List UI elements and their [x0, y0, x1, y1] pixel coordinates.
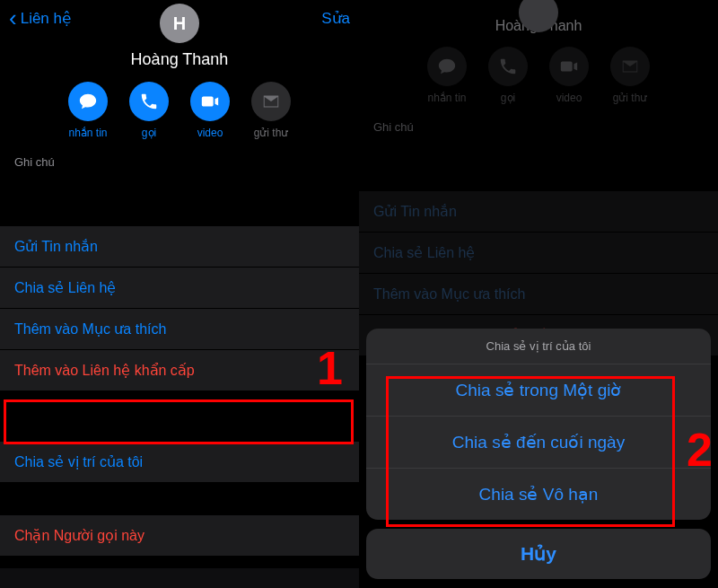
sheet-option-indefinitely[interactable]: Chia sẻ Vô hạn: [366, 469, 711, 520]
row-share-location[interactable]: Chia sẻ vị trí của tôi: [0, 442, 359, 483]
action-sheet: Chia sẻ vị trí của tôi Chia sẻ trong Một…: [366, 329, 711, 579]
sheet-title: Chia sẻ vị trí của tôi: [366, 329, 711, 364]
annotation-marker-2: 2: [687, 423, 713, 477]
edit-button[interactable]: Sửa: [321, 9, 350, 28]
message-action[interactable]: nhắn tin: [68, 82, 108, 139]
back-label: Liên hệ: [21, 9, 71, 28]
avatar-initial: H: [173, 13, 186, 34]
notes-header: Ghi chú: [0, 139, 359, 174]
mail-icon: [251, 82, 291, 121]
mail-action: gửi thư: [251, 82, 291, 139]
message-label: nhắn tin: [68, 127, 107, 139]
sheet-option-end-of-day[interactable]: Chia sẻ đến cuối ngày: [366, 417, 711, 469]
row-add-favorite[interactable]: Thêm vào Mục ưa thích: [0, 309, 359, 350]
sheet-option-one-hour[interactable]: Chia sẻ trong Một giờ: [366, 364, 711, 417]
row-add-emergency[interactable]: Thêm vào Liên hệ khẩn cấp: [0, 350, 359, 391]
chevron-left-icon: ‹: [9, 6, 17, 30]
back-button[interactable]: ‹ Liên hệ: [9, 6, 71, 30]
annotation-marker-1: 1: [317, 341, 343, 395]
screenshot-step-1: ‹ Liên hệ Sửa H Hoàng Thanh nhắn tin gọi: [0, 0, 359, 588]
section-gap: [0, 483, 359, 515]
video-label: video: [197, 127, 223, 139]
video-icon: [190, 82, 230, 121]
row-block-caller[interactable]: Chặn Người gọi này: [0, 515, 359, 557]
action-row: nhắn tin gọi video gửi thư: [0, 82, 359, 139]
tab-bar: [0, 568, 359, 588]
contact-name: Hoàng Thanh: [0, 50, 359, 69]
video-action[interactable]: video: [190, 82, 230, 139]
message-icon: [68, 82, 108, 121]
phone-icon: [129, 82, 169, 121]
section-gap: [0, 391, 359, 442]
notes-body[interactable]: [0, 174, 359, 226]
row-share-contact[interactable]: Chia sẻ Liên hệ: [0, 268, 359, 309]
call-action[interactable]: gọi: [129, 82, 169, 139]
call-label: gọi: [142, 127, 156, 139]
mail-label: gửi thư: [254, 127, 289, 139]
screenshot-step-2: Hoàng Thanh nhắn tin gọi video: [359, 0, 718, 588]
avatar[interactable]: H: [160, 4, 199, 43]
sheet-cancel-button[interactable]: Hủy: [366, 529, 711, 579]
row-send-message[interactable]: Gửi Tin nhắn: [0, 226, 359, 268]
